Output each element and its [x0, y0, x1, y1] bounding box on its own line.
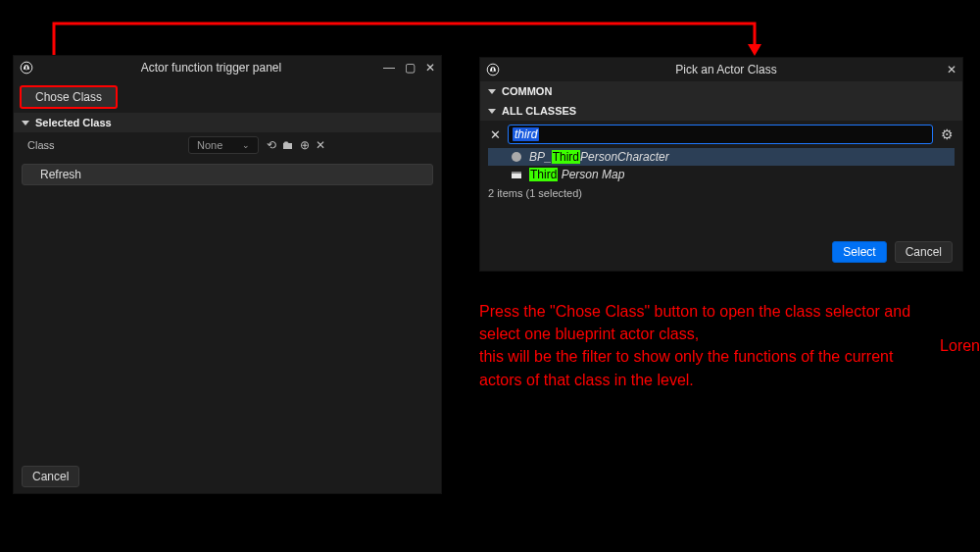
- clear-search-icon[interactable]: ✕: [488, 127, 502, 142]
- class-picker-panel: Pick an Actor Class ✕ COMMON ALL CLASSES…: [479, 57, 963, 272]
- window-title: Pick an Actor Class: [506, 63, 947, 76]
- svg-point-3: [512, 152, 521, 162]
- clear-icon[interactable]: ✕: [316, 138, 325, 152]
- svg-rect-5: [512, 172, 521, 174]
- titlebar: Pick an Actor Class ✕: [480, 58, 962, 81]
- selected-class-section[interactable]: Selected Class: [14, 113, 441, 132]
- select-button[interactable]: Select: [832, 241, 886, 263]
- titlebar: Actor function trigger panel — ▢ ✕: [14, 56, 441, 79]
- class-result-item-1[interactable]: Third Person Map: [488, 166, 955, 183]
- items-count: 2 items (1 selected): [480, 183, 962, 203]
- actor-function-trigger-panel: Actor function trigger panel — ▢ ✕ Chose…: [13, 55, 442, 494]
- search-input[interactable]: third: [508, 125, 933, 144]
- class-row: Class None ⌄ ⟲ 🖿 ⊕ ✕: [14, 132, 441, 158]
- svg-point-1: [21, 62, 32, 74]
- cancel-button[interactable]: Cancel: [895, 241, 953, 263]
- window-title: Actor function trigger panel: [39, 61, 383, 75]
- common-section[interactable]: COMMON: [480, 81, 962, 101]
- level-icon: [510, 168, 523, 181]
- minimize-button[interactable]: —: [383, 61, 395, 75]
- chose-class-button[interactable]: Chose Class: [20, 85, 118, 109]
- caret-down-icon: [22, 121, 29, 125]
- chevron-down-icon: ⌄: [242, 140, 250, 150]
- svg-marker-0: [748, 44, 761, 56]
- caret-down-icon: [488, 109, 496, 114]
- svg-point-2: [487, 64, 499, 75]
- all-classes-section[interactable]: ALL CLASSES: [480, 101, 962, 121]
- caret-down-icon: [488, 89, 496, 94]
- maximize-button[interactable]: ▢: [405, 61, 416, 75]
- class-dropdown[interactable]: None ⌄: [188, 136, 259, 154]
- truncated-text: Loren: [940, 337, 980, 355]
- cancel-button[interactable]: Cancel: [22, 466, 79, 487]
- class-result-item-0[interactable]: BP_ThirdPersonCharacter: [488, 148, 955, 166]
- instruction-text: Press the "Chose Class" button to open t…: [479, 300, 940, 391]
- unreal-logo-icon: [20, 61, 33, 75]
- browse-icon[interactable]: ⟲: [267, 138, 276, 152]
- folder-icon[interactable]: 🖿: [282, 138, 294, 152]
- close-button[interactable]: ✕: [947, 63, 956, 76]
- gear-icon[interactable]: ⚙: [939, 126, 955, 142]
- close-button[interactable]: ✕: [425, 61, 435, 75]
- add-icon[interactable]: ⊕: [300, 138, 310, 152]
- actor-class-icon: [510, 150, 523, 164]
- unreal-logo-icon: [486, 63, 500, 76]
- refresh-button[interactable]: Refresh: [22, 164, 433, 185]
- class-label: Class: [22, 139, 188, 151]
